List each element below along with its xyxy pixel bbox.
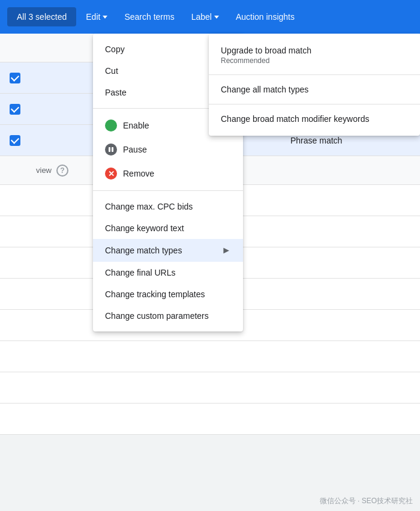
cpc-bids-label: Change max. CPC bids [105, 202, 193, 211]
broad-modifier-label: Change broad match modifier keywords [221, 114, 408, 124]
match-types-label: Change match types [105, 246, 182, 255]
menu-item-tracking-templates[interactable]: Change tracking templates [93, 283, 243, 305]
empty-row-6 [0, 341, 420, 372]
pause-bar-2 [112, 147, 113, 152]
pause-label: Pause [123, 145, 147, 154]
row-checkbox-2[interactable] [10, 104, 38, 115]
all-selected-button[interactable]: All 3 selected [7, 7, 76, 26]
match-types-submenu: Upgrade to broad match Recommended Chang… [209, 34, 420, 136]
info-icon[interactable]: ? [56, 165, 68, 177]
pause-bar-1 [109, 147, 110, 152]
checkbox-3[interactable] [10, 135, 20, 146]
search-terms-button[interactable]: Search terms [117, 7, 181, 26]
menu-item-final-urls[interactable]: Change final URLs [93, 262, 243, 283]
row-checkbox-1[interactable] [10, 73, 38, 83]
pause-icon [105, 144, 117, 156]
keyword-text-label: Change keyword text [105, 223, 184, 233]
remove-x-icon: ✕ [108, 170, 115, 178]
submenu-item-upgrade-broad[interactable]: Upgrade to broad match Recommended [209, 38, 420, 72]
row-match-3: Phrase match [290, 136, 410, 145]
enable-label: Enable [123, 121, 149, 130]
menu-item-custom-parameters[interactable]: Change custom parameters [93, 305, 243, 327]
menu-item-keyword-text[interactable]: Change keyword text [93, 217, 243, 239]
enable-icon [105, 119, 117, 132]
custom-parameters-label: Change custom parameters [105, 311, 209, 321]
submenu-item-broad-modifier[interactable]: Change broad match modifier keywords [209, 107, 420, 131]
menu-item-pause[interactable]: Pause [93, 138, 243, 162]
tracking-templates-label: Change tracking templates [105, 289, 205, 299]
submenu-divider-1 [209, 74, 420, 75]
label-text: Label [191, 12, 212, 22]
row-checkbox-3[interactable] [10, 135, 38, 146]
empty-row-7 [0, 372, 420, 404]
remove-label: Remove [123, 169, 154, 178]
copy-label: Copy [105, 44, 125, 54]
upgrade-broad-label: Upgrade to broad match [221, 46, 408, 55]
cut-label: Cut [105, 66, 118, 76]
menu-item-remove[interactable]: ✕ Remove [93, 162, 243, 186]
watermark: 微信公众号 · SEO技术研究社 [320, 496, 413, 506]
pause-bars [109, 147, 113, 152]
paste-label: Paste [105, 88, 127, 97]
menu-divider-2 [93, 190, 243, 191]
submenu-arrow-icon: ► [221, 245, 231, 256]
view-label: view [36, 166, 52, 175]
menu-item-cpc-bids[interactable]: Change max. CPC bids [93, 196, 243, 217]
edit-caret-icon [103, 16, 107, 19]
change-all-label: Change all match types [221, 85, 408, 94]
submenu-item-change-all[interactable]: Change all match types [209, 77, 420, 101]
edit-button[interactable]: Edit [79, 7, 115, 26]
label-button[interactable]: Label [184, 7, 226, 26]
empty-row-8 [0, 404, 420, 435]
checkbox-1[interactable] [10, 73, 20, 83]
toolbar: All 3 selected Edit Search terms Label A… [0, 0, 420, 34]
menu-item-match-types[interactable]: Change match types ► [93, 239, 243, 262]
remove-icon: ✕ [105, 168, 117, 180]
auction-insights-button[interactable]: Auction insights [229, 7, 302, 26]
checkbox-2[interactable] [10, 104, 20, 115]
recommended-label: Recommended [221, 56, 408, 65]
submenu-divider-2 [209, 104, 420, 104]
edit-label: Edit [86, 12, 100, 22]
label-caret-icon [214, 16, 219, 19]
final-urls-label: Change final URLs [105, 268, 176, 277]
